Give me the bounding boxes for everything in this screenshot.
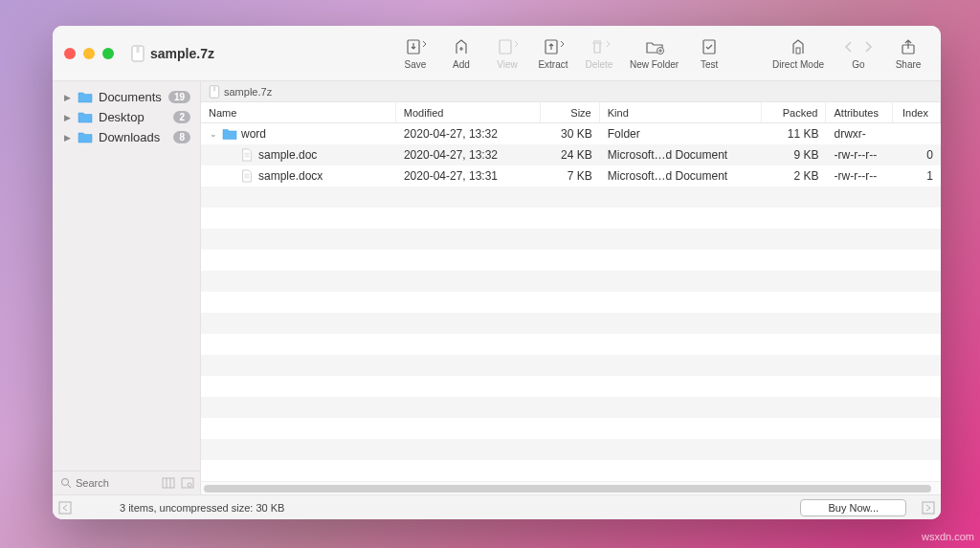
cell-packed: 9 KB bbox=[762, 148, 827, 162]
titlebar: sample.7z Save Add View Extract Delete N… bbox=[53, 26, 941, 81]
preview-icon[interactable] bbox=[181, 476, 194, 490]
svg-rect-7 bbox=[796, 48, 800, 54]
table-row[interactable] bbox=[201, 376, 941, 397]
col-name[interactable]: Name bbox=[201, 102, 396, 122]
table-row[interactable] bbox=[201, 460, 941, 481]
search-input[interactable] bbox=[76, 477, 133, 489]
table-row[interactable] bbox=[201, 292, 941, 313]
archive-name: sample.7z bbox=[150, 46, 214, 61]
table-row[interactable] bbox=[201, 186, 941, 208]
minimize-button[interactable] bbox=[83, 48, 95, 59]
sidebar-item-documents[interactable]: ▶ Documents 19 bbox=[56, 87, 196, 107]
sidebar: ▶ Documents 19 ▶ Desktop 2 ▶ Downloads 8 bbox=[53, 81, 201, 494]
breadcrumb[interactable]: sample.7z bbox=[201, 81, 941, 102]
footer-panel-left-icon[interactable] bbox=[58, 501, 72, 515]
extract-button[interactable]: Extract bbox=[532, 34, 574, 72]
close-button[interactable] bbox=[64, 48, 76, 59]
file-name: word bbox=[241, 127, 266, 141]
share-button[interactable]: Share bbox=[887, 34, 929, 72]
count-badge: 19 bbox=[168, 91, 190, 103]
col-kind[interactable]: Kind bbox=[600, 102, 762, 122]
cell-size: 24 KB bbox=[541, 148, 600, 162]
table-row[interactable] bbox=[201, 355, 941, 376]
view-button: View bbox=[486, 34, 528, 72]
cell-size: 7 KB bbox=[541, 169, 600, 183]
table-row[interactable]: sample.docx2020-04-27, 13:317 KBMicrosof… bbox=[201, 165, 941, 186]
col-size[interactable]: Size bbox=[541, 102, 600, 122]
table-row[interactable] bbox=[201, 439, 941, 460]
scrollbar-thumb[interactable] bbox=[204, 485, 931, 493]
count-badge: 8 bbox=[173, 131, 190, 143]
svg-rect-15 bbox=[59, 502, 71, 514]
disclosure-triangle-icon[interactable]: ▶ bbox=[62, 93, 72, 102]
table-row[interactable] bbox=[201, 271, 941, 292]
footer: 3 items, uncompressed size: 30 KB Buy No… bbox=[53, 494, 941, 519]
test-icon bbox=[700, 37, 719, 56]
col-attributes[interactable]: Attributes bbox=[826, 102, 893, 122]
cell-index: 0 bbox=[893, 148, 941, 162]
cell-attributes: drwxr- bbox=[827, 127, 894, 141]
go-button[interactable]: Go bbox=[834, 34, 883, 72]
cell-modified: 2020-04-27, 13:31 bbox=[396, 169, 541, 183]
save-button[interactable]: Save bbox=[394, 34, 436, 72]
file-name: sample.docx bbox=[258, 169, 323, 183]
horizontal-scrollbar[interactable] bbox=[201, 481, 941, 494]
sidebar-bottom bbox=[53, 471, 200, 494]
status-text: 3 items, uncompressed size: 30 KB bbox=[120, 502, 284, 514]
go-nav-icon bbox=[839, 37, 878, 56]
zoom-button[interactable] bbox=[102, 48, 114, 59]
footer-panel-right-icon[interactable] bbox=[922, 501, 935, 515]
test-button[interactable]: Test bbox=[688, 34, 730, 72]
table-header: Name Modified Size Kind Packed Attribute… bbox=[201, 102, 941, 123]
share-label: Share bbox=[896, 59, 922, 70]
go-label: Go bbox=[852, 59, 864, 70]
folder-icon bbox=[78, 111, 93, 123]
save-label: Save bbox=[405, 59, 427, 70]
view-label: View bbox=[497, 59, 518, 70]
svg-point-9 bbox=[62, 479, 69, 486]
sidebar-item-downloads[interactable]: ▶ Downloads 8 bbox=[56, 127, 196, 147]
svg-rect-1 bbox=[137, 47, 140, 53]
delete-button: Delete bbox=[578, 34, 620, 72]
table-row[interactable] bbox=[201, 229, 941, 250]
col-index[interactable]: Index bbox=[893, 102, 941, 122]
traffic-lights bbox=[64, 48, 114, 59]
cell-index: 1 bbox=[893, 169, 941, 183]
table-row[interactable] bbox=[201, 418, 941, 439]
col-packed[interactable]: Packed bbox=[762, 102, 827, 122]
main-panel: sample.7z Name Modified Size Kind Packed… bbox=[201, 81, 941, 494]
search-icon bbox=[60, 477, 72, 489]
table-row[interactable] bbox=[201, 313, 941, 334]
buy-now-button[interactable]: Buy Now... bbox=[800, 499, 906, 516]
new-folder-button[interactable]: New Folder bbox=[624, 34, 684, 72]
sidebar-search[interactable] bbox=[58, 475, 156, 491]
table-row[interactable] bbox=[201, 208, 941, 229]
table-row[interactable]: sample.doc2020-04-27, 13:3224 KBMicrosof… bbox=[201, 144, 941, 165]
new-folder-label: New Folder bbox=[630, 59, 679, 70]
disclosure-triangle-icon[interactable]: ▶ bbox=[62, 133, 72, 142]
sidebar-label: Desktop bbox=[99, 110, 145, 124]
svg-point-12 bbox=[188, 483, 191, 487]
table-row[interactable]: ⌄word2020-04-27, 13:3230 KBFolder11 KBdr… bbox=[201, 123, 941, 144]
breadcrumb-label: sample.7z bbox=[224, 86, 272, 98]
cell-modified: 2020-04-27, 13:32 bbox=[396, 127, 541, 141]
table-row[interactable] bbox=[201, 250, 941, 271]
cell-modified: 2020-04-27, 13:32 bbox=[396, 148, 541, 162]
table-row[interactable] bbox=[201, 334, 941, 355]
test-label: Test bbox=[701, 59, 718, 70]
table-row[interactable] bbox=[201, 397, 941, 418]
sidebar-item-desktop[interactable]: ▶ Desktop 2 bbox=[56, 107, 196, 127]
sidebar-list: ▶ Documents 19 ▶ Desktop 2 ▶ Downloads 8 bbox=[53, 81, 200, 471]
app-window: sample.7z Save Add View Extract Delete N… bbox=[53, 26, 941, 519]
direct-mode-button[interactable]: Direct Mode bbox=[767, 34, 830, 72]
disclosure-triangle-icon[interactable]: ▶ bbox=[62, 113, 72, 122]
svg-rect-3 bbox=[500, 40, 511, 54]
add-button[interactable]: Add bbox=[440, 34, 482, 72]
delete-label: Delete bbox=[586, 59, 613, 70]
save-icon bbox=[403, 37, 428, 56]
columns-icon[interactable] bbox=[162, 476, 175, 490]
archive-file-icon bbox=[131, 45, 145, 62]
col-modified[interactable]: Modified bbox=[396, 102, 541, 122]
document-icon bbox=[239, 169, 255, 183]
disclosure-triangle-icon[interactable]: ⌄ bbox=[209, 129, 218, 139]
